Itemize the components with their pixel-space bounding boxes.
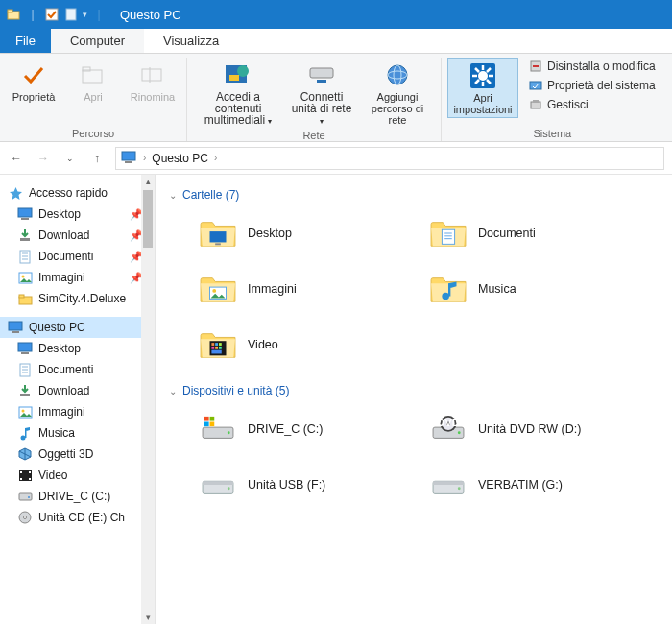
svg-rect-48 bbox=[21, 352, 29, 354]
svg-rect-70 bbox=[210, 231, 227, 242]
checkbox-icon[interactable] bbox=[44, 7, 60, 22]
svg-point-55 bbox=[21, 409, 24, 412]
sidebar-item-video[interactable]: Video bbox=[0, 465, 155, 486]
sidebar-item-cd[interactable]: Unità CD (E:) Ch bbox=[0, 507, 155, 528]
star-icon bbox=[8, 185, 23, 201]
manage-button[interactable]: Gestisci bbox=[526, 96, 658, 113]
svg-rect-11 bbox=[310, 68, 333, 78]
sidebar-item-documents[interactable]: Documenti📌 bbox=[0, 246, 155, 267]
chevron-right-icon[interactable]: › bbox=[143, 153, 146, 163]
chevron-right-icon[interactable]: › bbox=[214, 153, 217, 163]
sidebar-item-music[interactable]: Musica bbox=[0, 422, 155, 444]
pictures-icon bbox=[17, 270, 33, 285]
divider-icon: | bbox=[91, 7, 107, 22]
globe-icon bbox=[382, 60, 413, 90]
media-icon bbox=[223, 60, 253, 90]
tab-file[interactable]: File bbox=[0, 29, 51, 53]
folder-icon bbox=[428, 213, 468, 253]
uninstall-button[interactable]: Disinstalla o modifica bbox=[526, 58, 658, 75]
documents-icon bbox=[17, 249, 33, 264]
folder-item[interactable]: Video bbox=[194, 321, 405, 369]
sidebar-item-folder[interactable]: SimCity.4.Deluxe bbox=[0, 288, 155, 309]
add-location-button[interactable]: Aggiungi percorso di rete bbox=[360, 58, 435, 128]
documents-icon bbox=[17, 362, 33, 377]
address-bar: ← → ⌄ ↑ › Questo PC › bbox=[0, 142, 672, 175]
breadcrumb-location[interactable]: Questo PC bbox=[152, 152, 208, 165]
media-content-button[interactable]: Accedi a contenuti multimediali ▾ bbox=[193, 58, 283, 130]
folder-item[interactable]: Desktop bbox=[194, 209, 405, 257]
main-panel: ⌄ Cartelle (7) DesktopDocumentiImmaginiM… bbox=[156, 175, 672, 624]
svg-rect-64 bbox=[29, 471, 31, 473]
scroll-up-icon[interactable]: ▴ bbox=[141, 175, 155, 188]
qat-dropdown-icon[interactable]: ▾ bbox=[83, 10, 87, 19]
folder-icon bbox=[198, 213, 238, 253]
svg-point-96 bbox=[458, 431, 461, 434]
open-button: Apri bbox=[65, 58, 121, 105]
sidebar-this-pc[interactable]: Questo PC bbox=[0, 317, 155, 338]
sidebar-item-desktop[interactable]: Desktop📌 bbox=[0, 204, 155, 225]
sidebar-item-desktop[interactable]: Desktop bbox=[0, 338, 155, 359]
svg-rect-82 bbox=[215, 343, 218, 346]
nav-back-button[interactable]: ← bbox=[8, 150, 25, 167]
open-folder-icon bbox=[78, 60, 108, 90]
nav-up-button[interactable]: ↑ bbox=[88, 150, 106, 167]
manage-icon bbox=[528, 97, 543, 112]
sidebar-item-download[interactable]: Download bbox=[0, 380, 155, 401]
folders-section-header[interactable]: ⌄ Cartelle (7) bbox=[169, 188, 659, 202]
folder-icon bbox=[6, 7, 21, 22]
properties-button[interactable]: Proprietà bbox=[6, 58, 61, 105]
nav-forward-button: → bbox=[35, 150, 52, 167]
breadcrumb[interactable]: › Questo PC › bbox=[115, 147, 664, 170]
connect-drive-button[interactable]: Connetti unità di rete ▾ bbox=[287, 58, 356, 130]
sidebar-quick-access[interactable]: Accesso rapido bbox=[0, 182, 155, 204]
folder-item[interactable]: Documenti bbox=[424, 209, 636, 257]
drive-item[interactable]: Unità USB (F:) bbox=[194, 461, 405, 509]
sidebar-item-pictures[interactable]: Immagini📌 bbox=[0, 267, 155, 288]
rename-icon bbox=[137, 60, 168, 90]
svg-rect-53 bbox=[20, 394, 30, 396]
folder-icon bbox=[198, 324, 238, 365]
desktop-icon bbox=[17, 206, 33, 222]
svg-rect-36 bbox=[20, 238, 30, 241]
svg-rect-83 bbox=[219, 343, 222, 346]
ribbon-group-sistema: Apri impostazioni Disinstalla o modifica… bbox=[442, 58, 663, 141]
music-icon bbox=[17, 425, 33, 441]
svg-rect-102 bbox=[203, 481, 233, 485]
sidebar-item-drive[interactable]: DRIVE_C (C:) bbox=[0, 486, 155, 507]
tab-computer[interactable]: Computer bbox=[51, 29, 144, 53]
drive-item[interactable]: DRIVE_C (C:) bbox=[194, 405, 405, 453]
svg-rect-1 bbox=[8, 10, 12, 12]
scroll-thumb[interactable] bbox=[143, 190, 153, 248]
sidebar-item-pictures[interactable]: Immagini bbox=[0, 401, 155, 422]
drive-item[interactable]: VERBATIM (G:) bbox=[424, 461, 636, 509]
window-title: Questo PC bbox=[120, 8, 181, 22]
drive-item[interactable]: DVDUnità DVD RW (D:) bbox=[424, 405, 636, 453]
pc-icon bbox=[8, 320, 23, 335]
drives-section-header[interactable]: ⌄ Dispositivi e unità (5) bbox=[169, 384, 659, 397]
sidebar-item-3d[interactable]: Oggetti 3D bbox=[0, 444, 155, 465]
pc-icon bbox=[120, 150, 137, 167]
sidebar-item-download[interactable]: Download📌 bbox=[0, 225, 155, 246]
svg-point-106 bbox=[458, 487, 461, 490]
page-icon[interactable] bbox=[63, 7, 79, 22]
svg-rect-35 bbox=[21, 218, 29, 220]
svg-rect-66 bbox=[19, 493, 32, 500]
folder-item[interactable]: Musica bbox=[424, 265, 636, 313]
nav-recent-button[interactable]: ⌄ bbox=[61, 150, 79, 167]
svg-rect-105 bbox=[433, 481, 464, 485]
sidebar-scrollbar[interactable]: ▴ ▾ bbox=[141, 175, 155, 624]
sidebar-item-documents[interactable]: Documenti bbox=[0, 359, 155, 380]
drive-icon bbox=[17, 489, 33, 504]
system-properties-button[interactable]: Proprietà del sistema bbox=[526, 77, 658, 94]
svg-rect-31 bbox=[122, 152, 135, 160]
svg-rect-30 bbox=[533, 100, 539, 103]
svg-rect-84 bbox=[211, 347, 214, 349]
pictures-icon bbox=[17, 404, 33, 420]
rename-button: Rinomina bbox=[125, 58, 180, 105]
network-drive-icon bbox=[306, 60, 337, 90]
scroll-down-icon[interactable]: ▾ bbox=[141, 611, 155, 624]
open-settings-button[interactable]: Apri impostazioni bbox=[447, 58, 518, 118]
folder-item[interactable]: Immagini bbox=[194, 265, 405, 313]
tab-view[interactable]: Visualizza bbox=[144, 29, 238, 53]
svg-rect-29 bbox=[531, 102, 540, 108]
